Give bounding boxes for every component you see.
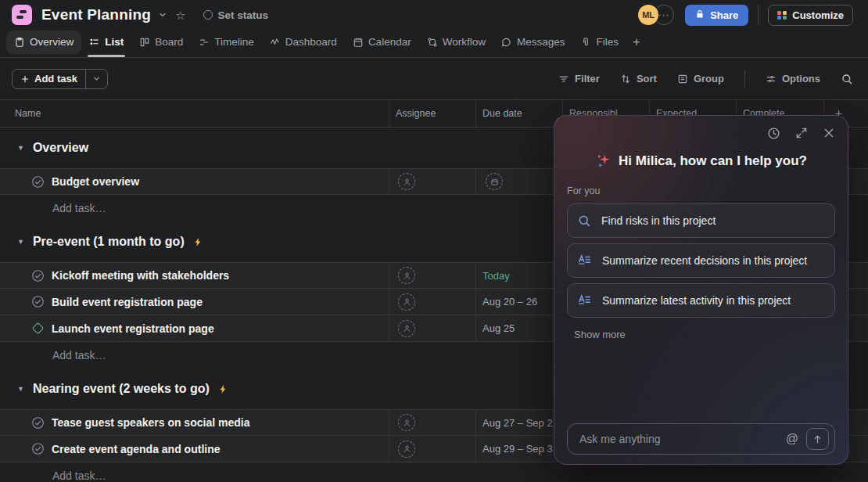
show-more-link[interactable]: Show more [574, 329, 835, 340]
options-icon [766, 74, 777, 85]
check-circle-icon[interactable] [31, 269, 45, 282]
tab-overview-label: Overview [30, 36, 74, 48]
task-name: Build event registration page [52, 296, 203, 308]
assignee-placeholder-icon[interactable] [398, 267, 415, 284]
tab-calendar[interactable]: Calendar [345, 31, 419, 54]
tab-workflow[interactable]: Workflow [419, 31, 493, 54]
due-date[interactable]: Aug 27 – Sep 2 [475, 410, 562, 435]
options-label: Options [782, 73, 820, 85]
for-you-label: For you [567, 185, 835, 196]
divider [758, 5, 759, 25]
rule-bolt-icon[interactable] [218, 383, 228, 395]
tab-files[interactable]: Files [572, 31, 626, 54]
sort-button[interactable]: Sort [620, 73, 657, 85]
tab-list[interactable]: List [81, 31, 131, 54]
status-circle-icon [203, 10, 213, 20]
history-clock-icon[interactable] [767, 127, 780, 140]
ai-greeting-text: Hi Milica, how can I help you? [619, 153, 807, 169]
section-title: Pre-event (1 month to go) [33, 235, 185, 249]
group-button[interactable]: Group [677, 73, 724, 85]
project-icon [12, 5, 32, 25]
add-task-row[interactable]: Add task… [0, 462, 868, 482]
customize-label: Customize [792, 9, 844, 21]
task-name: Launch event registration page [52, 322, 214, 335]
expand-icon[interactable] [795, 127, 808, 139]
suggestion-label: Summarize latest activity in this projec… [602, 294, 791, 307]
page-title: Event Planning [41, 6, 151, 23]
due-date[interactable]: Today [475, 263, 562, 288]
ai-input-bar: @ [567, 423, 835, 455]
due-date[interactable]: Aug 25 [475, 315, 562, 341]
assignee-placeholder-icon[interactable] [398, 293, 415, 311]
suggestion-summarize-activity[interactable]: Summarize latest activity in this projec… [567, 283, 835, 318]
send-button[interactable] [806, 428, 829, 450]
column-header-assignee[interactable]: Assignee [389, 100, 475, 127]
assignee-placeholder-icon[interactable] [398, 320, 415, 337]
search-icon [841, 73, 853, 85]
rule-bolt-icon[interactable] [193, 236, 203, 248]
ai-sparkle-icon [595, 153, 612, 169]
collapse-arrow-icon[interactable]: ▼ [17, 385, 24, 393]
ai-assistant-panel: Hi Milica, how can I help you? For you F… [554, 115, 848, 465]
collapse-arrow-icon[interactable]: ▼ [17, 238, 24, 246]
tab-board-label: Board [155, 36, 183, 48]
milestone-diamond-icon[interactable] [32, 322, 45, 335]
tab-files-label: Files [596, 36, 619, 48]
suggestion-label: Find risks in this project [601, 214, 716, 227]
avatar[interactable]: ML [638, 5, 658, 25]
summarize-icon [577, 254, 592, 268]
check-circle-icon[interactable] [31, 295, 45, 308]
options-button[interactable]: Options [766, 73, 820, 85]
sort-label: Sort [637, 73, 657, 85]
due-date[interactable]: Aug 20 – 26 [475, 289, 562, 315]
favorite-star-icon[interactable]: ☆ [175, 9, 185, 21]
suggestion-find-risks[interactable]: Find risks in this project [567, 203, 835, 238]
mention-at-icon[interactable]: @ [786, 432, 798, 446]
suggestion-label: Summarize recent decisions in this proje… [602, 254, 807, 267]
tab-timeline-label: Timeline [214, 36, 254, 48]
set-status-label: Set status [218, 9, 269, 21]
add-task-label: Add task [34, 73, 77, 85]
share-button[interactable]: Share [685, 5, 748, 26]
assignee-placeholder-icon[interactable] [398, 414, 415, 431]
set-status-button[interactable]: Set status [203, 9, 269, 21]
collapse-arrow-icon[interactable]: ▼ [17, 144, 24, 152]
section-title: Nearing event (2 weeks to go) [33, 382, 210, 396]
suggestion-summarize-decisions[interactable]: Summarize recent decisions in this proje… [567, 243, 835, 278]
search-button[interactable] [841, 73, 853, 85]
assignee-placeholder-icon[interactable] [398, 441, 415, 458]
plus-icon [20, 74, 30, 84]
tab-messages[interactable]: Messages [493, 31, 573, 54]
tab-timeline[interactable]: Timeline [191, 31, 262, 54]
check-circle-icon[interactable] [31, 416, 45, 430]
customize-button[interactable]: Customize [768, 5, 853, 26]
due-date-placeholder-icon[interactable] [486, 173, 503, 190]
chevron-down-icon[interactable] [158, 10, 167, 20]
task-name: Tease guest speakers on social media [52, 416, 249, 429]
tab-overview[interactable]: Overview [6, 31, 81, 54]
customize-grid-icon [777, 11, 786, 20]
filter-button[interactable]: Filter [558, 73, 600, 85]
project-header: Event Planning ☆ Set status ML ··· Share [0, 0, 868, 58]
due-date[interactable]: Aug 29 – Sep 3 [475, 436, 562, 462]
section-title: Overview [33, 141, 88, 155]
check-circle-icon[interactable] [31, 175, 45, 189]
add-task-caret[interactable] [85, 70, 107, 88]
tab-calendar-label: Calendar [368, 36, 411, 48]
tab-workflow-label: Workflow [443, 36, 486, 48]
sort-icon [620, 74, 631, 85]
ask-input[interactable] [579, 433, 778, 445]
check-circle-icon[interactable] [31, 442, 45, 455]
close-icon[interactable] [823, 127, 835, 139]
add-tab-button[interactable]: + [626, 31, 647, 54]
tab-dashboard-label: Dashboard [285, 36, 337, 48]
list-toolbar: Add task Filter Sort Group Options [0, 58, 868, 99]
filter-label: Filter [575, 73, 600, 85]
assignee-placeholder-icon[interactable] [398, 173, 415, 190]
column-header-due-date[interactable]: Due date [475, 100, 562, 127]
tab-dashboard[interactable]: Dashboard [262, 31, 345, 54]
tab-messages-label: Messages [517, 36, 565, 48]
add-task-button[interactable]: Add task [12, 69, 108, 89]
column-header-name[interactable]: Name [0, 100, 389, 127]
tab-board[interactable]: Board [131, 31, 191, 54]
